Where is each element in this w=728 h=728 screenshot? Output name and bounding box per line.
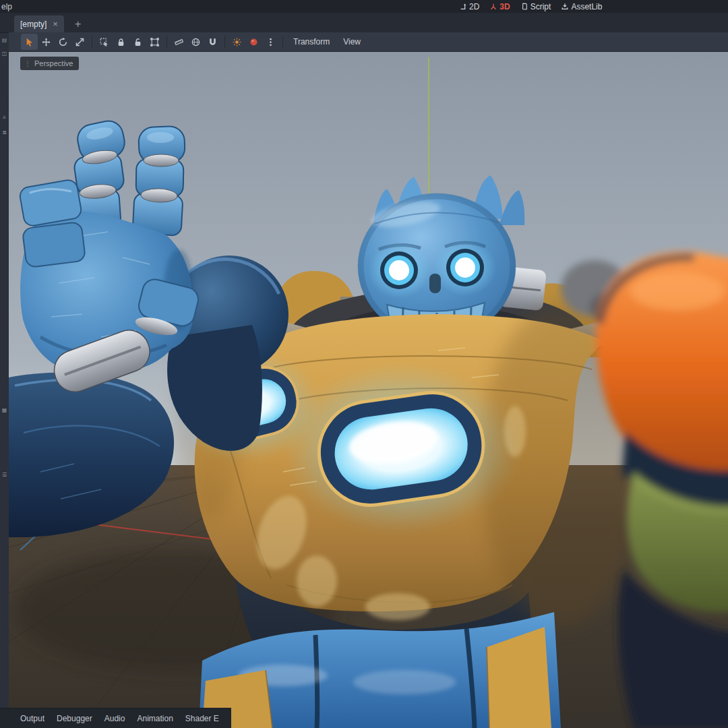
preview-environment-button[interactable] (245, 34, 262, 50)
group-button[interactable] (146, 34, 163, 50)
perspective-menu[interactable]: ⋮ Perspective (20, 57, 79, 70)
scale-tool-button[interactable] (71, 34, 88, 50)
menu-help-fragment[interactable]: elp (0, 2, 12, 11)
select-cursor-icon (25, 38, 34, 47)
bottom-tab-output[interactable]: Output (20, 714, 44, 723)
toolbar-separator (282, 36, 283, 48)
workspace-script-label: Script (530, 2, 551, 11)
scale-icon (75, 38, 84, 47)
bottom-tab-audio[interactable]: Audio (104, 714, 125, 723)
assetlib-icon (562, 3, 568, 10)
viewport-extra-options-button[interactable] (262, 34, 279, 50)
workspace-3d-button[interactable]: 3D (487, 2, 512, 11)
lock-icon (117, 38, 125, 47)
scene-tab-empty[interactable]: [empty] × (14, 16, 64, 32)
dock-tab-icon[interactable]: ≡ (0, 115, 9, 121)
rotate-tool-button[interactable] (55, 34, 71, 50)
snap-button[interactable] (204, 34, 221, 50)
dock-tab-icon[interactable]: ☰ (0, 472, 9, 478)
robot-eye-right (434, 239, 496, 296)
preview-sunlight-button[interactable] (229, 34, 245, 50)
left-dock-strip: ▤ ◫ ≡ ≣ ▦ ☰ (0, 32, 9, 728)
toolbar-separator (92, 36, 92, 48)
unlock-icon (133, 38, 142, 47)
toolbar-separator (166, 36, 167, 48)
workspace-script-button[interactable]: Script (518, 2, 554, 11)
bottom-tab-debugger[interactable]: Debugger (57, 714, 92, 723)
bottom-tab-shader[interactable]: Shader E (185, 714, 219, 723)
group-icon (150, 38, 159, 47)
script-icon (521, 3, 528, 10)
bottom-panel-bar: Output Debugger Audio Animation Shader E (0, 708, 231, 728)
globe-icon (191, 38, 200, 47)
3d-axes-icon (490, 3, 497, 10)
environment-sphere-icon (249, 38, 258, 47)
ruler-icon (175, 38, 183, 47)
ruler-button[interactable] (171, 34, 187, 50)
tab-close-icon[interactable]: × (53, 20, 58, 28)
3d-viewport[interactable] (9, 51, 728, 728)
toolbar-separator (224, 36, 225, 48)
top-menubar: elp 2D 3D Script AssetLib (0, 0, 728, 13)
chest-light-center (283, 364, 519, 533)
dock-tab-icon[interactable]: ▦ (0, 407, 9, 413)
workspace-2d-label: 2D (469, 2, 479, 11)
scene-tab-bar: [empty] × + (0, 13, 728, 33)
move-icon (42, 38, 51, 47)
magnet-icon (208, 38, 217, 47)
perspective-label: Perspective (34, 59, 73, 67)
unlock-button[interactable] (129, 34, 146, 50)
viewport-render[interactable] (9, 51, 728, 728)
list-select-icon (100, 38, 109, 47)
kebab-menu-icon (266, 38, 275, 47)
sun-icon (233, 38, 241, 47)
local-space-button[interactable] (187, 34, 204, 50)
viewport-toolbar: Transform View (9, 32, 728, 52)
robot-nose-slot (429, 274, 441, 293)
select-tool-button[interactable] (21, 34, 38, 50)
workspace-assetlib-button[interactable]: AssetLib (559, 2, 605, 11)
workspace-switcher: 2D 3D Script AssetLib (457, 0, 605, 13)
bottom-tab-animation[interactable]: Animation (137, 714, 173, 723)
dock-tab-icon[interactable]: ▤ (0, 37, 9, 43)
dock-tab-icon[interactable]: ≣ (0, 129, 9, 135)
drag-handle-icon: ⋮ (24, 60, 31, 67)
new-scene-tab-button[interactable]: + (71, 16, 85, 32)
scene-tab-label: [empty] (20, 20, 47, 29)
workspace-assetlib-label: AssetLib (571, 2, 602, 11)
move-tool-button[interactable] (38, 34, 55, 50)
dock-tab-icon[interactable]: ◫ (0, 51, 9, 57)
transform-menu-button[interactable]: Transform (286, 37, 336, 47)
lock-button[interactable] (113, 34, 129, 50)
workspace-3d-label: 3D (499, 2, 510, 11)
workspace-2d-button[interactable]: 2D (457, 2, 482, 11)
2d-icon (460, 3, 466, 10)
view-menu-button[interactable]: View (336, 37, 367, 47)
list-select-tool-button[interactable] (96, 34, 113, 50)
rotate-icon (59, 38, 67, 47)
robot-eye-left (368, 242, 430, 299)
